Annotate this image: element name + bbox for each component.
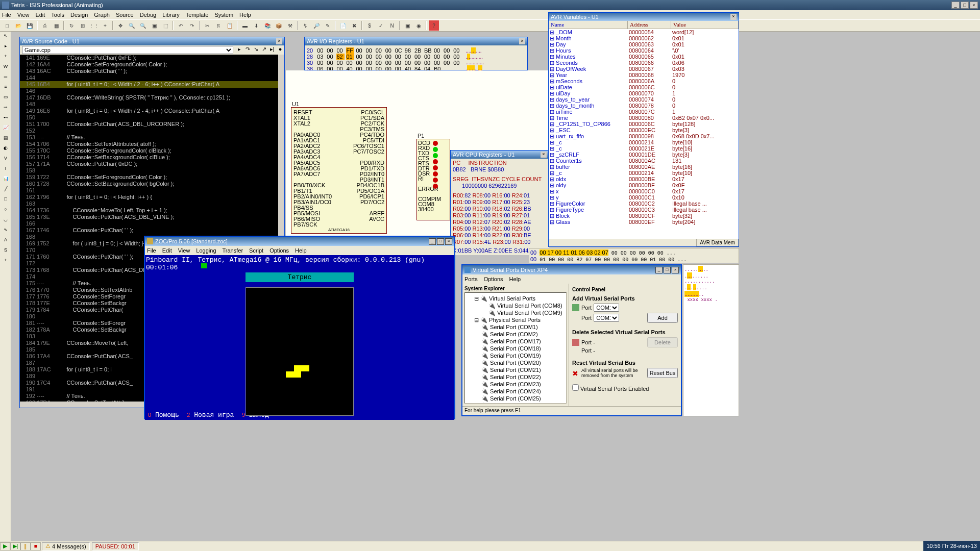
menu-source[interactable]: Source [116,12,134,18]
maximize-button[interactable]: □ [961,2,969,9]
prop-icon[interactable]: ✎ [323,20,333,31]
zoc-menu-logging[interactable]: Logging [196,247,216,254]
enable-checkbox[interactable] [572,384,579,391]
port1-select[interactable]: COM10 [594,304,619,312]
sym-tool[interactable]: S [1,247,10,256]
var-row[interactable]: ⊞ uart_rx_fifo008000980x68 0x0D 0x7... [549,133,739,139]
data-mem-strip[interactable]: 00 00 17 00 11 01 06 03 02 07 00 00 00 0… [529,248,739,263]
var-row[interactable]: ⊞ DayOfWeek008000670x03 [549,66,739,72]
zoomin-icon[interactable]: 🔍 [127,20,137,31]
close-icon[interactable]: × [276,38,282,44]
lib-icon[interactable]: 📚 [262,20,273,31]
tree-item[interactable]: 🔌 Serial Port (COM17) [467,338,564,345]
var-row[interactable]: ⊞ y008000C10x10 [549,194,739,201]
copy-icon[interactable]: ⎘ [213,20,224,31]
pkg-icon[interactable]: 📦 [274,20,284,31]
menu-view[interactable]: View [17,12,30,18]
close-button[interactable]: × [970,2,978,9]
var-row[interactable]: ⊞ oldx008000BE0x17 [549,176,739,182]
label-tool[interactable]: W [1,63,10,72]
runto-icon[interactable]: ▸| [268,46,276,54]
undo-icon[interactable]: ↶ [176,20,186,31]
stepover-icon[interactable]: ↷ [243,46,252,54]
tree-item[interactable]: 🔌 Serial Port (COM19) [467,352,564,359]
tree-item[interactable]: 🔌 Serial Port (COM1) [467,323,564,331]
tree-item[interactable]: 🔌 Serial Port (COM21) [467,366,564,373]
chip-u1[interactable]: RESETXTAL1XTAL2 PA0/ADC0PA1/ADC1PA2/ADC2… [291,107,387,234]
var-row[interactable]: ⊞ Time008000800xB2 0x07 0x0... [549,115,739,121]
minimize-button[interactable]: _ [655,267,663,273]
var-row[interactable]: ⊞ days_to_month008000780 [549,103,739,109]
line2d-tool[interactable]: ╱ [1,186,10,195]
var-row[interactable]: ⊞ _ESC000000ECbyte[3] [549,127,739,133]
var-row[interactable]: ⊞ Day008000630x01 [549,41,739,47]
menu-template[interactable]: Template [186,12,209,18]
gen-tool[interactable]: ◐ [1,145,10,154]
zoc-menu-transfer[interactable]: Transfer [223,247,243,254]
erc-icon[interactable]: ✓ [376,20,386,31]
search-icon[interactable]: 🔎 [311,20,322,31]
paste-icon[interactable]: 📋 [225,20,235,31]
tree-phys[interactable]: ⊟ 🔌 Physical Serial Ports [467,316,564,323]
vsp-menu-options[interactable]: Options [484,276,503,282]
menu-graph[interactable]: Graph [94,12,110,18]
ares-icon[interactable]: ▣ [402,20,412,31]
junction-tool[interactable]: + [1,53,10,62]
box2d-tool[interactable]: □ [1,196,10,205]
tree-item[interactable]: 🔌 Virtual Serial Port (COM9) [467,309,564,316]
zoc-menu-edit[interactable]: Edit [162,247,172,254]
vsp-tree[interactable]: ⊟ 🔌 Virtual Serial Ports🔌 Virtual Serial… [464,292,567,404]
tree-item[interactable]: 🔌 Serial Port (COM25) [467,395,564,402]
tree-root[interactable]: ⊟ 🔌 Virtual Serial Ports [467,295,564,302]
text2d-tool[interactable]: A [1,237,10,246]
delsheet-icon[interactable]: ✖ [349,20,359,31]
close-icon[interactable]: × [541,152,547,158]
zoomall-icon[interactable]: ▣ [149,20,159,31]
net-icon[interactable]: N [387,20,397,31]
stop-button[interactable]: ■ [31,542,41,550]
minimize-button[interactable]: _ [429,238,436,245]
tree-item[interactable]: 🔌 Serial Port (COM23) [467,381,564,388]
tree-item[interactable]: 🔌 Serial Port (COM20) [467,359,564,366]
menu-system[interactable]: System [214,12,233,18]
messages-label[interactable]: 4 Message(s) [52,543,86,549]
path2d-tool[interactable]: ∿ [1,227,10,236]
var-row[interactable]: ⊞ Month008000620x01 [549,35,739,41]
origin-icon[interactable]: + [100,20,110,31]
var-row[interactable]: ⊞ _c00000214byte[10] [549,170,739,176]
zoc-menu-script[interactable]: Script [249,247,263,254]
var-row[interactable]: ⊞ FigureColor008000C2Illegal base ... [549,201,739,207]
maximize-button[interactable]: □ [437,238,444,245]
pan-icon[interactable]: ✥ [115,20,126,31]
bus-tool[interactable]: ≡ [1,84,10,93]
pause-button[interactable]: ‖ [20,542,31,550]
save-icon[interactable]: 💾 [24,20,35,31]
new-icon[interactable]: □ [2,20,12,31]
vars-rows[interactable]: ⊞ _DOM00000054word[12]⊞ Month008000620x0… [549,29,739,239]
menu-debug[interactable]: Debug [140,12,156,18]
add-button[interactable]: Add [647,313,678,323]
step-button[interactable]: ▶| [10,542,20,550]
tape-tool[interactable]: ▤ [1,135,10,144]
cut-icon[interactable]: ✂ [202,20,212,31]
var-row[interactable]: ⊞ Hours00800064'\0' [549,47,739,54]
play-button[interactable]: ▶ [0,542,10,550]
data-mem-tab[interactable]: AVR Data Mem [696,239,739,246]
var-row[interactable]: ⊞ oldy008000BF0x0F [549,182,739,188]
tree-item[interactable]: 🔌 Serial Port (COM18) [467,345,564,352]
minimize-button[interactable]: _ [951,2,960,9]
text-tool[interactable]: ═ [1,73,10,83]
3d-icon[interactable]: ◉ [413,20,424,31]
graph-tool[interactable]: 📈 [1,124,10,134]
var-row[interactable]: ⊞ uiDay008000701 [549,90,739,96]
tree-item[interactable]: 🔌 Serial Port (COM26) [467,402,564,404]
reset-button[interactable]: Reset Bus [647,368,678,378]
menu-library[interactable]: Library [162,12,180,18]
vsp-menu-help[interactable]: Help [509,276,521,282]
pin-tool[interactable]: ⊷ [1,114,10,123]
tree-item[interactable]: 🔌 Serial Port (COM24) [467,388,564,395]
var-row[interactable]: ⊞ Glass008000EFbyte[204] [549,219,739,225]
var-row[interactable]: ⊞ _c00000214byte[10] [549,139,739,145]
var-row[interactable]: ⊞ Counter1s008000AC131 [549,158,739,164]
var-row[interactable]: ⊞ _DOM00000054word[12] [549,29,739,35]
